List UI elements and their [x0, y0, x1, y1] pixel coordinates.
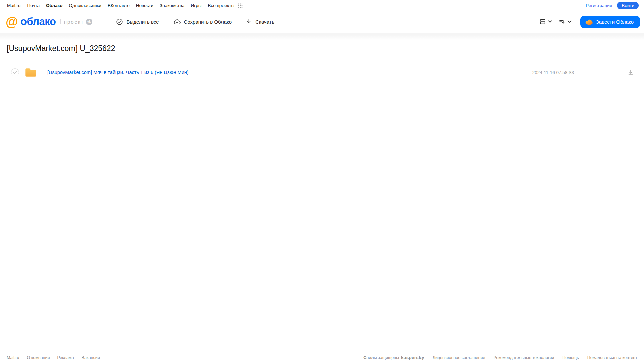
get-cloud-button[interactable]: Завести Облако [580, 16, 640, 28]
auth-area: Регистрация Войти [586, 2, 639, 9]
save-to-cloud-label: Сохранить в Облако [184, 19, 232, 25]
footer-link-about[interactable]: О компании [27, 355, 50, 360]
header-shadow [0, 33, 644, 40]
kaspersky-protected: Файлы защищены kaspersky [363, 355, 424, 360]
toolbar: Выделить все Сохранить в Облако Скачат [116, 18, 275, 25]
footer-link-jobs[interactable]: Вакансии [82, 355, 100, 360]
download-icon [246, 18, 252, 25]
protected-label: Файлы защищены [363, 355, 399, 360]
page-title: [UsupovMarket.com] U_325622 [7, 44, 644, 53]
footer-link-ads[interactable]: Реклама [57, 355, 74, 360]
view-list-icon [539, 18, 546, 25]
chevron-down-icon [548, 20, 552, 23]
file-list: [UsupovMarket.com] Мяч в тайцзи. Часть 1… [0, 63, 644, 82]
nav-znakomstva[interactable]: Знакомства [160, 3, 184, 8]
logo-separator: | [60, 18, 61, 25]
check-circle-icon [116, 18, 123, 25]
footer-link-report[interactable]: Пожаловаться на контент [587, 355, 637, 360]
select-all-button[interactable]: Выделить все [116, 18, 159, 25]
header-right-controls: Завести Облако [539, 16, 640, 28]
save-to-cloud-button[interactable]: Сохранить в Облако [173, 18, 232, 25]
get-cloud-label: Завести Облако [596, 19, 634, 25]
footer-link-help[interactable]: Помощь [562, 355, 579, 360]
footer-link-recommendations[interactable]: Рекомендательные технологии [493, 355, 554, 360]
row-download-icon[interactable] [628, 69, 634, 76]
nav-mailru[interactable]: Mail.ru [7, 3, 21, 8]
nav-pochta[interactable]: Почта [27, 3, 40, 8]
file-date: 2024-11-16 07:58:33 [532, 70, 574, 75]
project-label: проект [64, 19, 84, 25]
select-all-label: Выделить все [127, 19, 159, 25]
sort-dropdown[interactable] [559, 18, 572, 25]
footer-right-links: Файлы защищены kaspersky Лицензионное со… [363, 355, 637, 360]
cloud-logo[interactable]: @ облако | проект vk [6, 16, 92, 28]
register-link[interactable]: Регистрация [586, 3, 612, 8]
login-button[interactable]: Войти [617, 2, 639, 9]
cloud-header: @ облако | проект vk Выделить все [0, 11, 644, 33]
footer-link-license[interactable]: Лицензионное соглашение [433, 355, 485, 360]
nav-vkontakte[interactable]: ВКонтакте [108, 3, 130, 8]
footer: Mail.ru О компании Реклама Вакансии Файл… [0, 353, 644, 362]
nav-igry[interactable]: Игры [191, 3, 202, 8]
download-label: Скачать [255, 19, 274, 25]
logo-wordmark: облако [20, 16, 56, 28]
nav-odnoklassniki[interactable]: Одноклассники [69, 3, 101, 8]
cloud-upload-icon [173, 18, 181, 25]
download-button[interactable]: Скачать [246, 18, 274, 25]
file-name-link[interactable]: [UsupovMarket.com] Мяч в тайцзи. Часть 1… [47, 70, 189, 75]
nav-novosti[interactable]: Новости [136, 3, 153, 8]
chevron-down-icon [567, 20, 572, 23]
row-checkbox[interactable] [11, 68, 19, 76]
kaspersky-logo[interactable]: kaspersky [401, 355, 424, 360]
sort-icon [559, 18, 565, 25]
mailru-at-icon: @ [6, 16, 18, 28]
file-row[interactable]: [UsupovMarket.com] Мяч в тайцзи. Часть 1… [0, 63, 644, 82]
nav-vse-proekty[interactable]: Все проекты [208, 3, 234, 8]
main-content: [UsupovMarket.com] U_325622 [0, 44, 644, 82]
footer-link-mailru[interactable]: Mail.ru [7, 355, 19, 360]
view-mode-dropdown[interactable] [539, 18, 552, 25]
portal-navbar: Mail.ru Почта Облако Одноклассники ВКонт… [0, 0, 644, 11]
vk-icon: vk [86, 19, 92, 25]
nav-oblako[interactable]: Облако [46, 3, 62, 8]
folder-icon[interactable] [24, 67, 37, 78]
footer-left-links: Mail.ru О компании Реклама Вакансии [7, 355, 100, 360]
apps-grid-icon[interactable] [238, 3, 243, 8]
cloud-blob-icon [585, 19, 593, 25]
